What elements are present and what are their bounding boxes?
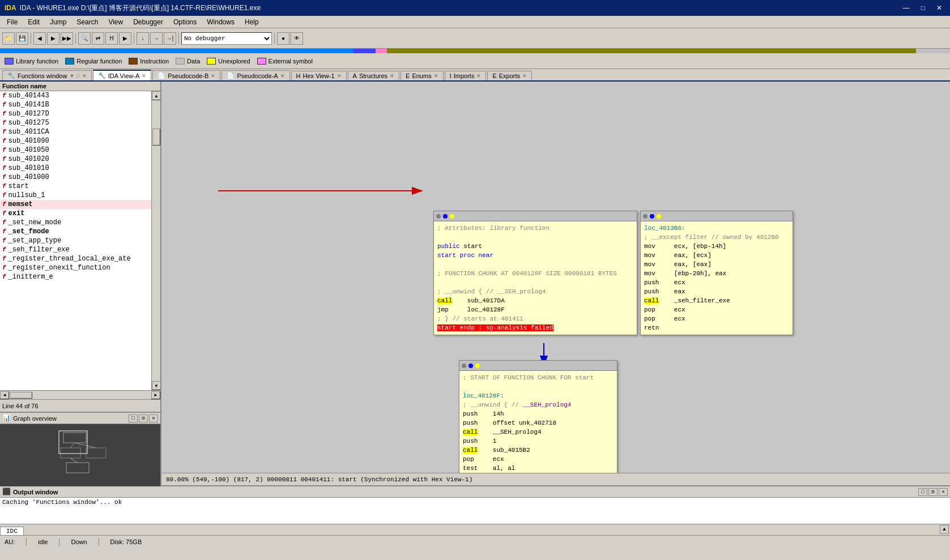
legend-unexplored-label: Unexplored: [218, 58, 250, 65]
tab-pseudo-a-close[interactable]: ✕: [280, 73, 285, 79]
menu-search[interactable]: Search: [72, 17, 103, 27]
step-into[interactable]: ↓: [137, 32, 149, 45]
tab-imports[interactable]: I Imports ✕: [445, 71, 487, 80]
list-item[interactable]: f sub_401010: [0, 164, 151, 173]
close-button[interactable]: ✕: [933, 4, 945, 12]
run-to-cursor[interactable]: →|: [164, 32, 176, 45]
forward-button[interactable]: ▶: [47, 32, 59, 45]
menu-options[interactable]: Options: [169, 17, 201, 27]
fn-name-18: _register_thread_local_exe_ate: [8, 255, 131, 263]
find-button[interactable]: 🔍: [78, 32, 91, 45]
list-item[interactable]: f _initterm_e: [0, 272, 151, 281]
fn-name-1: sub_40141B: [8, 101, 49, 109]
open-button[interactable]: 📁: [2, 32, 15, 45]
hex-button[interactable]: H: [105, 32, 118, 45]
list-item-set-fmode[interactable]: f _set_fmode: [0, 227, 151, 236]
scroll-down[interactable]: ▼: [152, 381, 160, 390]
fn-icon-4: f: [2, 129, 6, 135]
tab-structures[interactable]: A Structures ✕: [348, 71, 399, 80]
menu-edit[interactable]: Edit: [23, 17, 44, 27]
code-block-loc4013b6[interactable]: loc_4013B6: ; __except filter // owned b…: [640, 211, 793, 335]
block2-line-3: mov ecx, [ebp-14h]: [644, 242, 789, 251]
menu-windows[interactable]: Windows: [202, 17, 239, 27]
functions-list[interactable]: f sub_401443 f sub_40141B f sub_40127D f…: [0, 91, 151, 390]
tab-ida-close[interactable]: ✕: [142, 73, 146, 79]
scroll-thumb[interactable]: [152, 129, 160, 146]
output-float-btn[interactable]: ⊡: [928, 488, 938, 496]
menu-jump[interactable]: Jump: [45, 17, 71, 27]
scroll-right[interactable]: ▶: [151, 391, 160, 399]
list-item[interactable]: f _set_new_mode: [0, 218, 151, 227]
functions-window-close[interactable]: ✕: [82, 73, 87, 79]
list-item[interactable]: f sub_401020: [0, 155, 151, 164]
tab-imports-close[interactable]: ✕: [476, 73, 481, 79]
step-over[interactable]: →: [150, 32, 163, 45]
fn-vscrollbar[interactable]: ▲ ▼: [151, 91, 160, 390]
menu-view[interactable]: View: [104, 17, 127, 27]
tab-functions-window[interactable]: 🔧 Functions window ▼ □ ✕: [2, 70, 92, 80]
fn-hscrollbar[interactable]: ◀ ▶: [0, 390, 160, 399]
list-item[interactable]: f _register_thread_local_exe_ate: [0, 254, 151, 263]
list-item[interactable]: f nullsub_1: [0, 191, 151, 200]
tab-pseudo-b-close[interactable]: ✕: [211, 73, 215, 79]
xref-button[interactable]: ⇄: [92, 32, 104, 45]
minimize-button[interactable]: —: [900, 4, 913, 12]
bp-button[interactable]: ●: [277, 32, 289, 45]
tab-pseudocode-a[interactable]: 📄 Pseudocode-A ✕: [221, 70, 289, 80]
menu-debugger[interactable]: Debugger: [129, 17, 168, 27]
debugger-select[interactable]: No debugger: [181, 32, 272, 45]
scroll-up[interactable]: ▲: [152, 91, 160, 100]
list-item[interactable]: f sub_401000: [0, 173, 151, 182]
scroll-h-thumb[interactable]: [10, 392, 32, 399]
functions-window-restore[interactable]: ▼: [69, 73, 74, 79]
menu-help[interactable]: Help: [240, 17, 263, 27]
tab-struct-close[interactable]: ✕: [390, 73, 394, 79]
nav-button[interactable]: ▶▶: [61, 32, 73, 45]
list-item[interactable]: f _set_app_type: [0, 236, 151, 245]
tab-ida-view-a[interactable]: 🔧 IDA View-A ✕: [93, 70, 151, 80]
graph-close-btn[interactable]: ✕: [149, 414, 158, 422]
tab-pseudocode-b[interactable]: 📄 Pseudocode-B ✕: [152, 70, 220, 80]
list-item[interactable]: f _register_onexit_function: [0, 263, 151, 272]
titlebar-controls[interactable]: — □ ✕: [900, 4, 945, 12]
scroll-left[interactable]: ◀: [0, 391, 9, 399]
output-close-btn[interactable]: ✕: [939, 488, 948, 496]
save-button[interactable]: 💾: [16, 32, 28, 45]
output-tab-idc[interactable]: IDC: [0, 527, 24, 535]
list-item[interactable]: f start: [0, 182, 151, 191]
back-button[interactable]: ◀: [33, 32, 46, 45]
list-item[interactable]: f sub_401050: [0, 146, 151, 155]
menu-file[interactable]: File: [2, 17, 22, 27]
list-item[interactable]: f sub_401275: [0, 118, 151, 127]
list-item-memset[interactable]: f memset: [0, 200, 151, 209]
idc-tab-label: IDC: [6, 528, 18, 535]
tab-enums[interactable]: E Enums ✕: [401, 71, 444, 80]
tab-hex-close[interactable]: ✕: [337, 73, 342, 79]
code-block-start[interactable]: ; Attributes: library function public st…: [433, 211, 637, 335]
watch-button[interactable]: 👁: [291, 32, 303, 45]
maximize-button[interactable]: □: [918, 4, 928, 12]
list-item[interactable]: f sub_40127D: [0, 109, 151, 118]
graph-float-btn[interactable]: ⊡: [139, 414, 148, 422]
output-restore-btn[interactable]: □: [918, 488, 927, 496]
cb-dot-1b: [443, 214, 448, 219]
code-block-loc40128f[interactable]: ; START OF FUNCTION CHUNK FOR start loc_…: [459, 360, 617, 485]
output-scroll-up[interactable]: ▲: [940, 525, 949, 534]
list-item[interactable]: f sub_401443: [0, 91, 151, 100]
run-button[interactable]: ▶: [119, 32, 131, 45]
list-item[interactable]: f sub_40141B: [0, 100, 151, 109]
list-item[interactable]: f sub_401090: [0, 136, 151, 146]
legend-unexplored: Unexplored: [207, 58, 250, 65]
block2-line-12: retn: [644, 323, 789, 332]
tab-enums-close[interactable]: ✕: [434, 73, 438, 79]
functions-window-float[interactable]: □: [76, 73, 79, 79]
list-item-exit[interactable]: f exit: [0, 209, 151, 218]
graph-restore-btn[interactable]: □: [129, 414, 138, 422]
fn-name-4: sub_4011CA: [8, 128, 49, 136]
tab-hex-view[interactable]: H Hex View-1 ✕: [291, 71, 347, 80]
tab-exports-close[interactable]: ✕: [522, 73, 527, 79]
list-item[interactable]: f _seh_filter_exe: [0, 245, 151, 254]
list-item[interactable]: f sub_4011CA: [0, 127, 151, 136]
tab-exports[interactable]: E Exports ✕: [487, 71, 532, 80]
ida-view-area[interactable]: ; Attributes: library function public st…: [161, 82, 950, 485]
